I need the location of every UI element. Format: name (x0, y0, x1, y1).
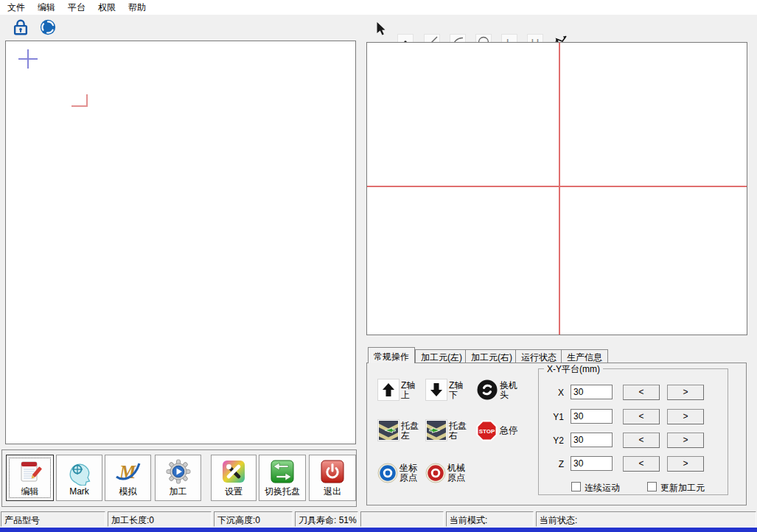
bottom-taskbar-strip (0, 528, 757, 532)
tab-production-info[interactable]: 生产信息 (561, 349, 608, 363)
status-current-mode: 当前模式: (446, 511, 534, 527)
z-axis-down-label: Z轴下 (449, 381, 468, 400)
tray-left-button[interactable] (377, 419, 400, 441)
edit-canvas[interactable] (5, 41, 356, 444)
continuous-motion-checkbox[interactable] (571, 482, 581, 491)
tab-run-status[interactable]: 运行状态 (515, 349, 562, 363)
status-sink-height: 下沉高度:0 (214, 511, 293, 527)
settings-button-label: 设置 (225, 486, 243, 498)
axis-x-input[interactable] (571, 385, 613, 399)
mark-button-label: Mark (69, 486, 89, 497)
axis-z-minus-button[interactable]: < (623, 456, 660, 472)
tray-right-button[interactable] (425, 419, 447, 441)
z-axis-down-button[interactable] (425, 379, 447, 401)
axis-y2-input[interactable] (571, 433, 613, 447)
menu-help[interactable]: 帮助 (123, 0, 151, 15)
tray-left-label: 托盘左 (401, 421, 420, 441)
switch-tray-button-label: 切换托盘 (265, 486, 300, 498)
axis-y1-plus-button[interactable]: > (667, 409, 704, 424)
axis-y1-input[interactable] (571, 409, 613, 424)
axis-x-minus-button[interactable]: < (623, 385, 660, 400)
machine-origin-icon (425, 463, 446, 483)
process-button-label: 加工 (170, 486, 187, 498)
update-unit-checkbox[interactable] (647, 482, 657, 491)
toolbar: L U (0, 15, 757, 41)
simulate-button-label: 模拟 (119, 486, 137, 498)
simulate-button[interactable]: M 模拟 (105, 455, 151, 501)
tab-unit-left[interactable]: 加工元(左) (415, 349, 468, 363)
status-current-state: 当前状态: (536, 511, 756, 527)
axis-x-label: X (548, 385, 564, 400)
axis-z-plus-button[interactable]: > (667, 456, 704, 472)
machine-origin-label: 机械原点 (447, 463, 467, 483)
exit-button-label: 退出 (324, 486, 341, 498)
tools-icon (220, 458, 247, 485)
tab-general-operations[interactable]: 常规操作 (368, 347, 415, 363)
coordinate-origin-button[interactable] (377, 463, 398, 486)
camera-shutter-icon (39, 18, 57, 36)
axis-y2-label: Y2 (548, 433, 564, 448)
tool-select[interactable] (372, 20, 390, 38)
menu-platform[interactable]: 平台 (63, 0, 91, 15)
status-spacer (360, 511, 444, 527)
z-axis-up-button[interactable] (377, 379, 400, 401)
machine-origin-button[interactable] (425, 463, 446, 486)
tray-right-label: 托盘右 (449, 421, 468, 441)
status-tool-life: 刀具寿命: 51% (295, 511, 358, 527)
menu-bar: 文件 编辑 平台 权限 帮助 (0, 0, 757, 15)
svg-text:STOP: STOP (479, 428, 495, 435)
switch-arrows-icon (269, 458, 296, 485)
menu-permission[interactable]: 权限 (93, 0, 121, 15)
axis-y2-minus-button[interactable]: < (623, 433, 660, 448)
menu-edit[interactable]: 编辑 (32, 0, 60, 15)
notebook-pencil-icon (17, 458, 43, 485)
status-bar: 产品型号 加工长度:0 下沉高度:0 刀具寿命: 51% 当前模式: 当前状态: (0, 511, 757, 528)
switch-tray-button[interactable]: 切换托盘 (259, 455, 306, 501)
edit-canvas-drawing (6, 41, 355, 444)
stop-sign-icon: STOP (476, 420, 498, 441)
lock-button[interactable] (11, 18, 30, 37)
edit-button[interactable]: 编辑 (6, 455, 54, 501)
update-unit-label: 更新加工元 (660, 482, 705, 494)
coordinate-origin-icon (377, 463, 398, 483)
position-crosshair-vertical (559, 43, 560, 335)
change-head-icon (476, 379, 498, 401)
tab-unit-right[interactable]: 加工元(右) (465, 349, 518, 363)
settings-button[interactable]: 设置 (211, 455, 257, 501)
exit-button[interactable]: 退出 (309, 455, 356, 501)
continuous-motion-label: 连续运动 (585, 482, 620, 494)
axis-z-label: Z (548, 457, 564, 472)
axis-y2-plus-button[interactable]: > (667, 433, 704, 448)
change-head-button[interactable] (476, 379, 498, 403)
xy-platform-title: X-Y平台(mm) (544, 363, 603, 376)
z-axis-up-label: Z轴上 (401, 381, 420, 400)
emergency-stop-label: 急停 (500, 426, 519, 435)
process-button[interactable]: 加工 (155, 455, 201, 501)
arrow-down-icon (429, 382, 444, 397)
tray-left-icon (379, 421, 398, 440)
menu-file[interactable]: 文件 (2, 0, 30, 15)
axis-y1-label: Y1 (548, 410, 564, 424)
simulate-logo-icon: M (115, 458, 142, 485)
tray-right-icon (427, 421, 446, 440)
arrow-up-icon (381, 382, 396, 397)
coordinate-origin-label: 坐标原点 (400, 463, 419, 483)
power-icon (319, 458, 346, 485)
axis-x-plus-button[interactable]: > (667, 385, 704, 400)
edit-button-label: 编辑 (21, 486, 39, 498)
gear-play-icon (165, 458, 192, 485)
status-process-length: 加工长度:0 (108, 511, 212, 527)
position-view[interactable] (366, 42, 747, 335)
change-head-label: 换机头 (500, 381, 519, 400)
emergency-stop-button[interactable]: STOP (476, 420, 498, 444)
position-crosshair-horizontal (367, 186, 747, 187)
axis-z-input[interactable] (571, 456, 613, 471)
camera-shutter-button[interactable] (38, 18, 57, 37)
status-product-model: 产品型号 (1, 511, 105, 527)
mark-button[interactable]: Mark (56, 455, 102, 501)
axis-y1-minus-button[interactable]: < (623, 409, 660, 424)
select-cursor-icon (375, 22, 387, 36)
lock-icon (12, 18, 29, 36)
mark-head-icon (66, 459, 93, 486)
